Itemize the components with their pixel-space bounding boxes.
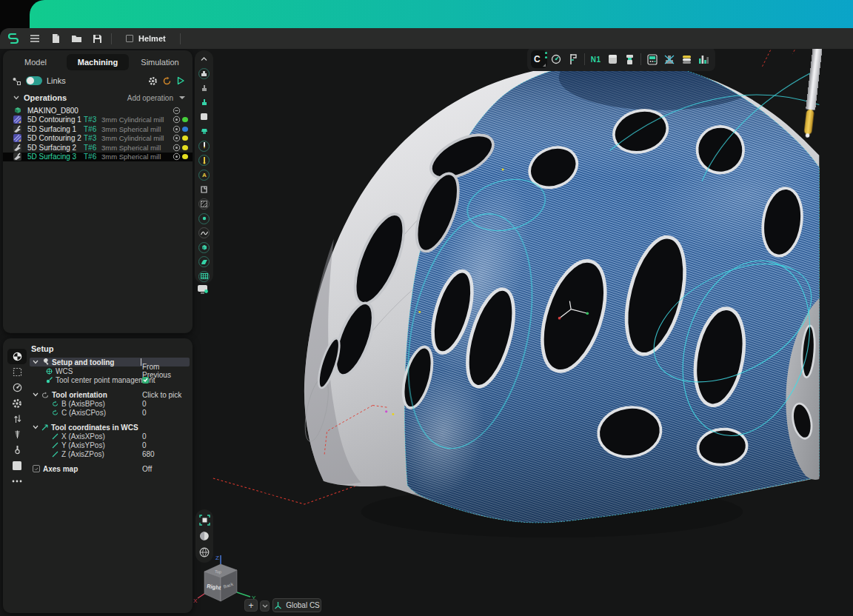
setup-row-value[interactable]: Off	[142, 465, 152, 473]
nc-program-button[interactable]: N1	[588, 50, 604, 68]
visibility-icon[interactable]	[173, 153, 181, 161]
machine-check-button[interactable]	[661, 50, 678, 68]
sheets-visibility-button[interactable]	[198, 255, 210, 268]
tab-model[interactable]: Model	[4, 54, 67, 70]
setup-row[interactable]: X (AxisXPos) 0	[30, 432, 190, 441]
main-menu-button[interactable]	[29, 33, 41, 44]
operation-row[interactable]: 5D Surfacing 1 T#6 3mm Spherical mill	[3, 124, 193, 134]
datum-category-button[interactable]	[7, 349, 27, 364]
operation-row[interactable]: 5D Contouring 1 T#3 3mm Cylindrical mill	[3, 116, 193, 125]
machine-row[interactable]: MAKINO_D800	[3, 106, 193, 116]
titlebar-divider	[111, 33, 112, 44]
status-dot	[182, 154, 188, 159]
collapse-circle-icon[interactable]	[173, 107, 181, 115]
cs-dropdown-button[interactable]	[260, 600, 270, 612]
panel-tabs: Model Machining Simulation	[3, 50, 193, 72]
tool-category-button[interactable]	[7, 426, 27, 442]
stock-category-button[interactable]	[7, 458, 27, 473]
tool-visibility-button[interactable]	[198, 140, 210, 153]
setup-row-value[interactable]: 0	[142, 432, 147, 441]
fixture-icon[interactable]	[198, 183, 210, 195]
stock-visibility-button[interactable]	[198, 110, 210, 123]
setup-row[interactable]: Z (AxisZPos) 680	[30, 449, 190, 458]
setup-row[interactable]: C (AxisCPos) 0	[30, 408, 190, 417]
setup-row[interactable]: B (AxisBPos) 0	[30, 399, 190, 408]
setup-row[interactable]: Tool center point management	[30, 375, 190, 384]
new-file-button[interactable]	[50, 33, 61, 44]
stock-button[interactable]	[605, 50, 621, 68]
setup-row-value[interactable]: 0	[142, 441, 147, 449]
add-operation-caret-icon[interactable]	[179, 96, 185, 99]
control-panel-button[interactable]	[644, 50, 660, 68]
toggle-knob	[27, 77, 34, 84]
workpiece-display-button[interactable]	[196, 284, 210, 298]
machine-head-icon[interactable]	[198, 81, 210, 94]
setup-row-label: Axes map	[43, 465, 78, 473]
operation-row[interactable]: 5D Surfacing 2 T#6 3mm Spherical mill	[3, 143, 193, 153]
checkbox-checked[interactable]	[142, 377, 149, 384]
holder-visibility-button[interactable]	[198, 125, 210, 138]
axes-category-button[interactable]	[7, 411, 27, 426]
curves-visibility-button[interactable]	[198, 227, 210, 239]
visibility-icon[interactable]	[173, 134, 181, 142]
orientation-category-button[interactable]	[7, 380, 27, 395]
setup-row-value[interactable]: 680	[142, 450, 155, 458]
fit-view-button[interactable]	[199, 515, 210, 526]
setup-group-row[interactable]: Tool coordinates in WCS	[30, 423, 190, 432]
render-mode-button[interactable]	[199, 547, 210, 558]
save-button[interactable]	[91, 33, 103, 44]
setup-row-value[interactable]: 0	[142, 409, 147, 417]
visibility-icon[interactable]	[173, 125, 181, 133]
pattern-visibility-button[interactable]	[198, 198, 210, 210]
caliper-button[interactable]	[565, 50, 581, 68]
document-tab-helmet[interactable]: Helmet	[116, 28, 176, 49]
setup-row[interactable]: WCS From Previous	[30, 366, 190, 375]
setup-group-row[interactable]: Tool orientation Click to pick	[30, 390, 190, 399]
tool-holder-button[interactable]	[621, 50, 638, 68]
setup-row-label: Z (AxisZPos)	[61, 450, 104, 458]
tab-simulation[interactable]: Simulation	[129, 54, 191, 70]
machine-active-icon[interactable]	[198, 96, 210, 109]
checkbox-unchecked[interactable]	[33, 465, 40, 472]
add-operation-button[interactable]: Add operation	[127, 94, 173, 102]
setup-row-value[interactable]: 0	[142, 400, 147, 408]
visibility-icon[interactable]	[173, 144, 181, 152]
chevron-down-icon[interactable]	[13, 96, 19, 100]
collapse-toolbar-button[interactable]	[198, 53, 210, 65]
layers-button[interactable]	[678, 50, 695, 68]
ball-tool-category-button[interactable]	[7, 442, 27, 458]
mesh-visibility-button[interactable]	[198, 270, 210, 283]
setup-row-label: Tool orientation	[52, 391, 107, 399]
probe-button[interactable]	[548, 50, 564, 68]
links-toggle[interactable]	[26, 76, 42, 85]
operation-row[interactable]: 5D Contouring 2 T#3 3mm Cylindrical mill	[3, 134, 193, 144]
more-categories-button[interactable]	[7, 473, 27, 489]
tool-tip-button[interactable]	[198, 154, 210, 167]
chevron-down-icon	[33, 425, 39, 429]
open-file-button[interactable]	[70, 33, 82, 44]
machine-visibility-button[interactable]	[198, 67, 210, 80]
setup-row[interactable]: Y (AxisYPos) 0	[30, 441, 190, 449]
operation-tool-number: T#6	[84, 125, 101, 133]
coordinate-system-button[interactable]: C	[531, 50, 547, 68]
operation-row-selected[interactable]: 5D Surfacing 3 T#6 3mm Spherical mill	[3, 153, 193, 162]
global-cs-button[interactable]: Global CS	[272, 598, 321, 612]
tool-label-button[interactable]: A	[198, 169, 210, 181]
add-cs-button[interactable]: +	[244, 599, 258, 612]
gear-category-button[interactable]	[7, 395, 27, 411]
rotate-icon	[52, 401, 58, 406]
visibility-icon[interactable]	[173, 116, 181, 124]
app-logo[interactable]	[5, 30, 21, 47]
solids-visibility-button[interactable]	[198, 241, 210, 254]
region-category-button[interactable]	[7, 364, 27, 380]
setup-row[interactable]: Axes map Off	[30, 464, 190, 473]
regenerate-icon[interactable]	[162, 76, 172, 86]
settings-gear-icon[interactable]	[148, 76, 158, 86]
setup-row-value[interactable]: Click to pick	[142, 391, 181, 399]
points-visibility-button[interactable]	[198, 212, 210, 225]
tab-machining[interactable]: Machining	[67, 54, 129, 70]
diagonal-axis-icon	[41, 424, 48, 431]
statistics-button[interactable]	[695, 50, 712, 68]
run-simulation-icon[interactable]	[176, 76, 185, 85]
shaded-view-button[interactable]	[199, 531, 210, 541]
